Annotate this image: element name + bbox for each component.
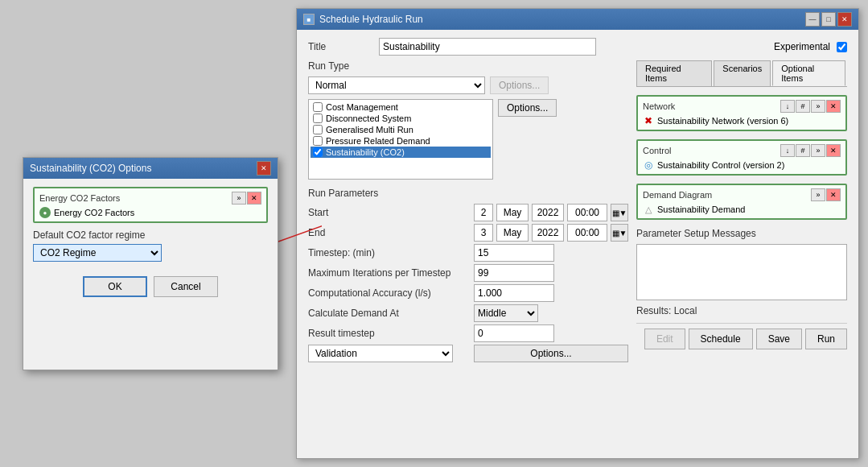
cancel-button[interactable]: Cancel: [154, 276, 218, 297]
control-close-button[interactable]: ✕: [826, 144, 841, 157]
sub-dialog-close-button[interactable]: ✕: [257, 161, 271, 176]
cost-management-checkbox[interactable]: [313, 102, 323, 112]
comp-acc-input[interactable]: [474, 284, 554, 302]
sub-dialog-title: Sustainability (CO2) Options: [30, 163, 151, 174]
schedule-button[interactable]: Schedule: [689, 329, 753, 349]
start-calendar-button[interactable]: ▦ ▼: [611, 204, 628, 221]
network-box: Network ↓ # » ✕: [636, 95, 847, 131]
title-input[interactable]: [379, 38, 596, 56]
disconnected-system-checkbox[interactable]: [313, 114, 323, 123]
energy-box-title: Energy CO2 Factors: [39, 193, 120, 203]
end-month-input[interactable]: [496, 224, 529, 242]
result-timestep-input[interactable]: [474, 324, 554, 342]
validation-options-button[interactable]: Options...: [474, 345, 628, 362]
timestep-input[interactable]: [474, 244, 554, 262]
end-label: End: [308, 227, 469, 238]
messages-label: Parameter Setup Messages: [636, 228, 847, 239]
run-type-select[interactable]: Normal: [308, 76, 485, 94]
network-chevron-button[interactable]: »: [811, 100, 825, 113]
network-close-button[interactable]: ✕: [826, 100, 841, 113]
end-time-input[interactable]: [567, 224, 607, 242]
control-header: Control ↓ # » ✕: [643, 144, 841, 157]
network-sort-button[interactable]: ↓: [780, 100, 795, 113]
checklist-options-button[interactable]: Options...: [498, 99, 557, 117]
end-calendar-button[interactable]: ▦ ▼: [611, 224, 628, 242]
validation-select[interactable]: Validation: [308, 345, 453, 362]
network-hash-button[interactable]: #: [796, 100, 810, 113]
pressure-related-demand-checkbox[interactable]: [313, 136, 323, 146]
end-year-input[interactable]: [532, 224, 564, 242]
run-button[interactable]: Run: [805, 329, 847, 349]
list-item[interactable]: Sustainability (CO2): [311, 147, 491, 158]
start-month-input[interactable]: [496, 204, 529, 221]
run-type-row: Normal Options...: [308, 76, 628, 94]
default-co2-section: Default CO2 factor regime CO2 Regime: [33, 229, 268, 262]
network-icon: ✖: [643, 115, 654, 126]
max-iter-input[interactable]: [474, 264, 554, 282]
sustainability-co2-checkbox[interactable]: [313, 147, 323, 157]
calc-demand-row: Middle: [474, 304, 628, 322]
generalised-multi-run-checkbox[interactable]: [313, 125, 323, 134]
energy-chevron-right-button[interactable]: »: [232, 192, 246, 205]
start-label: Start: [308, 207, 469, 218]
cancel-label: Cancel: [171, 281, 200, 292]
maximize-button[interactable]: □: [821, 12, 836, 27]
sustainability-co2-label: Sustainability (CO2): [326, 147, 405, 157]
demand-close-button[interactable]: ✕: [826, 188, 841, 201]
schedule-label: Schedule: [701, 333, 741, 345]
list-item[interactable]: Disconnected System: [311, 113, 491, 124]
tab-required-items-label: Required Items: [645, 64, 681, 83]
calc-demand-select[interactable]: Middle: [474, 304, 538, 322]
ok-label: OK: [108, 281, 121, 292]
network-title: Network: [643, 101, 675, 111]
pressure-related-demand-label: Pressure Related Demand: [326, 136, 430, 146]
close-icon: ✕: [830, 191, 837, 199]
chevron-right-icon: »: [816, 102, 820, 110]
bottom-right-buttons: Edit Schedule Save Run: [644, 329, 847, 349]
list-item[interactable]: Cost Management: [311, 101, 491, 113]
tab-scenarios[interactable]: Scenarios: [714, 60, 771, 86]
demand-chevron-button[interactable]: »: [811, 188, 825, 201]
dialog-body: Title Experimental Run Type Normal Optio…: [297, 30, 858, 458]
title-label: Title: [308, 41, 372, 52]
end-day-input[interactable]: [474, 224, 493, 242]
run-type-options-button[interactable]: Options...: [490, 76, 549, 94]
comp-acc-label: Computational Accuracy (l/s): [308, 287, 469, 299]
save-button[interactable]: Save: [756, 329, 802, 349]
ok-button[interactable]: OK: [83, 276, 147, 297]
maximize-icon: □: [826, 15, 830, 23]
experimental-checkbox[interactable]: [837, 42, 847, 52]
calendar-icon: ▦: [612, 229, 619, 238]
tab-required-items[interactable]: Required Items: [636, 60, 712, 86]
network-header: Network ↓ # » ✕: [643, 100, 841, 113]
co2-dropdown-row: CO2 Regime: [33, 244, 268, 262]
list-item[interactable]: Generalised Multi Run: [311, 124, 491, 135]
title-row: Title Experimental: [308, 38, 847, 56]
co2-regime-select[interactable]: CO2 Regime: [33, 244, 162, 262]
dialog-icon: ■: [303, 14, 315, 25]
chevron-right-icon: »: [816, 191, 820, 199]
minimize-button[interactable]: —: [805, 12, 820, 27]
list-item[interactable]: Pressure Related Demand: [311, 135, 491, 147]
control-hash-button[interactable]: #: [796, 144, 810, 157]
close-button[interactable]: ✕: [837, 12, 852, 27]
start-year-input[interactable]: [532, 204, 564, 221]
start-time-input[interactable]: [567, 204, 607, 221]
control-title: Control: [643, 146, 671, 155]
edit-button[interactable]: Edit: [644, 329, 685, 349]
experimental-label: Experimental: [774, 41, 830, 52]
hash-icon: #: [800, 147, 804, 155]
sub-dialog: Sustainability (CO2) Options ✕ Energy CO…: [23, 157, 278, 370]
results-label: Results: Local: [636, 305, 847, 316]
demand-item-row: △ Sustainability Demand: [643, 204, 841, 215]
control-sort-button[interactable]: ↓: [780, 144, 795, 157]
tab-optional-items[interactable]: Optional Items: [772, 60, 845, 86]
demand-title: Demand Diagram: [643, 190, 712, 200]
start-day-input[interactable]: [474, 204, 493, 221]
control-chevron-button[interactable]: »: [811, 144, 825, 157]
close-icon: ✕: [830, 147, 837, 155]
options-label-2: Options...: [507, 102, 548, 114]
energy-close-button[interactable]: ✕: [247, 192, 261, 205]
bottom-bar: Edit Schedule Save Run: [636, 323, 847, 349]
validation-options-label: Options...: [530, 348, 571, 359]
